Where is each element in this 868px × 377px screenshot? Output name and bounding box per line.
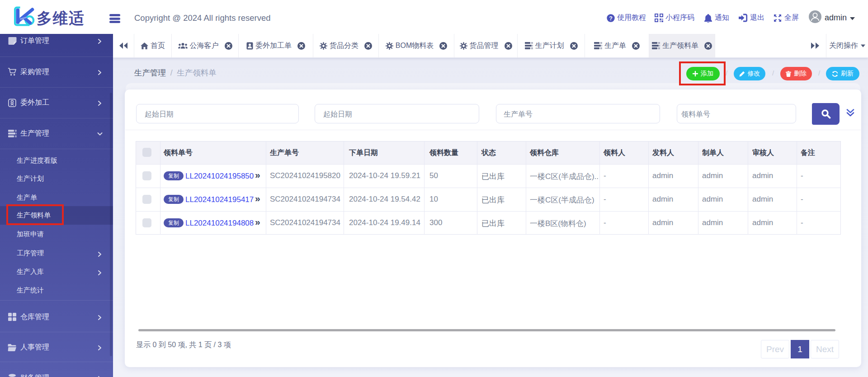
svg-text:?: ? [609, 15, 613, 21]
